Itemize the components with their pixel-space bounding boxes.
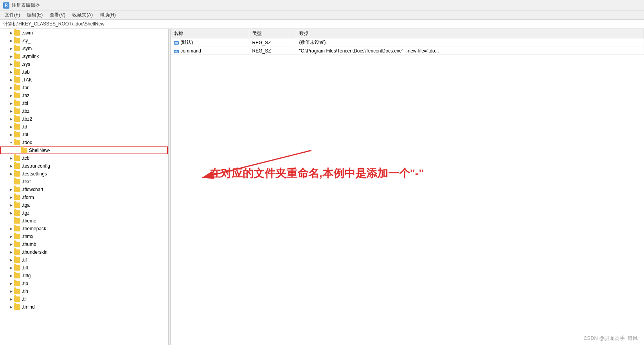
tree-item-tflowchart[interactable]: ▶.tflowchart [0,186,168,193]
expander-tab[interactable]: ▶ [8,69,14,75]
tree-item-thunderskin[interactable]: ▶.thunderskin [0,248,168,256]
tree-item-testsettings[interactable]: ▶.testsettings [0,170,168,178]
expander-theme[interactable] [8,218,14,224]
app-icon: R [3,2,9,9]
tree-item-tdl[interactable]: ▶.tdl [0,131,168,139]
tree-label-tdoc: .tdoc [22,140,32,145]
title-bar: R 注册表编辑器 [0,0,644,11]
expander-tform[interactable]: ▶ [8,194,14,200]
tree-item-testrunconfig[interactable]: ▶.testrunconfig [0,162,168,170]
expander-tlb[interactable]: ▶ [8,280,14,287]
expander-themepack[interactable]: ▶ [8,226,14,232]
folder-icon-TAK [14,77,20,83]
expander-tgz[interactable]: ▶ [8,210,14,216]
tree-item-swm[interactable]: ▶.swm [0,29,168,37]
expander-sys[interactable]: ▶ [8,61,14,67]
tree-item-tab[interactable]: ▶.tab [0,68,168,76]
tree-panel[interactable]: ▶.swm▶.sy_▶.sym▶.symlink▶.sys▶.tab▶.TAK▶… [0,29,168,345]
tree-item-tar[interactable]: ▶.tar [0,84,168,92]
expander-tbz[interactable]: ▶ [8,108,14,114]
folder-icon-tform [14,195,20,200]
tree-label-sym: .sym [22,46,32,51]
tree-item-themepack[interactable]: ▶.themepack [0,225,168,233]
expander-swm[interactable]: ▶ [8,30,14,36]
expander-tmind[interactable]: ▶ [8,304,14,310]
folder-icon-tflowchart [14,187,20,192]
tree-label-ShellNew-: ShellNew- [29,148,50,153]
tree-item-tdoc[interactable]: ▾.tdoc [0,139,168,146]
tree-item-tif[interactable]: ▶.tif [0,256,168,264]
expander-sy_[interactable]: ▶ [8,38,14,44]
expander-testsettings[interactable]: ▶ [8,171,14,177]
tree-item-sys[interactable]: ▶.sys [0,60,168,68]
tree-item-tbi[interactable]: ▶.tbi [0,99,168,107]
expander-thumb[interactable]: ▶ [8,241,14,247]
folder-icon-tlb [14,281,20,286]
tree-item-taz[interactable]: ▶.taz [0,92,168,99]
expander-tbi[interactable]: ▶ [8,100,14,107]
folder-icon-tbz [14,108,20,114]
registry-row-0[interactable]: ab(默认)REG_SZ(数值未设置) [171,38,644,47]
tree-item-ShellNew-[interactable]: ShellNew- [0,146,168,154]
expander-tiffg[interactable]: ▶ [8,273,14,279]
tree-item-tga[interactable]: ▶.tga [0,201,168,209]
menu-item-E[interactable]: 编辑(E) [24,11,46,19]
expander-TAK[interactable]: ▶ [8,77,14,83]
tree-item-tiff[interactable]: ▶.tiff [0,264,168,272]
expander-tli[interactable]: ▶ [8,296,14,302]
expander-testrunconfig[interactable]: ▶ [8,163,14,169]
tree-item-tli[interactable]: ▶.tli [0,295,168,303]
tree-item-tbz2[interactable]: ▶.tbz2 [0,115,168,123]
title-bar-text: 注册表编辑器 [12,2,40,9]
tree-item-thmx[interactable]: ▶.thmx [0,233,168,240]
folder-icon-tar [14,85,20,90]
menu-item-A[interactable]: 收藏夹(A) [69,11,96,19]
expander-tdl[interactable]: ▶ [8,132,14,138]
expander-text[interactable] [8,179,14,185]
tree-label-thmx: .thmx [22,234,33,239]
expander-tiff[interactable]: ▶ [8,265,14,271]
tree-item-thumb[interactable]: ▶.thumb [0,240,168,248]
expander-tif[interactable]: ▶ [8,257,14,263]
tree-label-taz: .taz [22,93,29,98]
expander-tcb[interactable]: ▶ [8,155,14,161]
tree-item-tlh[interactable]: ▶.tlh [0,287,168,295]
tree-item-text[interactable]: .text [0,178,168,186]
tree-label-tlh: .tlh [22,289,28,294]
menu-item-H[interactable]: 帮助(H) [97,11,119,19]
expander-tbz2[interactable]: ▶ [8,116,14,122]
col-type: 类型 [249,29,296,38]
registry-row-1[interactable]: abcommandREG_SZ"C:\Program Files\Tencent… [171,47,644,55]
expander-thmx[interactable]: ▶ [8,233,14,240]
expander-sym[interactable]: ▶ [8,45,14,52]
tree-item-symlink[interactable]: ▶.symlink [0,52,168,60]
tree-item-td[interactable]: ▶.td [0,123,168,131]
menu-item-F[interactable]: 文件(F) [2,11,23,19]
menu-item-V[interactable]: 查看(V) [47,11,68,19]
address-bar: 计算机\HKEY_CLASSES_ROOT\.tdoc\ShellNew- [0,20,644,29]
tree-label-tlb: .tlb [22,281,28,286]
tree-item-TAK[interactable]: ▶.TAK [0,76,168,84]
tree-item-tmind[interactable]: ▶.tmind [0,303,168,311]
expander-symlink[interactable]: ▶ [8,53,14,60]
registry-name-1: abcommand [171,47,249,55]
tree-item-tgz[interactable]: ▶.tgz [0,209,168,217]
expander-tflowchart[interactable]: ▶ [8,186,14,193]
tree-item-tlb[interactable]: ▶.tlb [0,280,168,287]
tree-item-sym[interactable]: ▶.sym [0,45,168,52]
tree-item-tbz[interactable]: ▶.tbz [0,107,168,115]
expander-tdoc[interactable]: ▾ [8,139,14,146]
tree-item-tform[interactable]: ▶.tform [0,193,168,201]
expander-tar[interactable]: ▶ [8,85,14,91]
tree-item-tiffg[interactable]: ▶.tiffg [0,272,168,280]
tree-item-tcb[interactable]: ▶.tcb [0,154,168,162]
tree-item-theme[interactable]: .theme [0,217,168,225]
expander-ShellNew-[interactable] [15,147,21,154]
tree-item-sy_[interactable]: ▶.sy_ [0,37,168,45]
expander-tga[interactable]: ▶ [8,202,14,208]
tree-label-tmind: .tmind [22,304,35,310]
expander-thunderskin[interactable]: ▶ [8,249,14,255]
expander-taz[interactable]: ▶ [8,92,14,99]
expander-td[interactable]: ▶ [8,124,14,130]
expander-tlh[interactable]: ▶ [8,288,14,294]
